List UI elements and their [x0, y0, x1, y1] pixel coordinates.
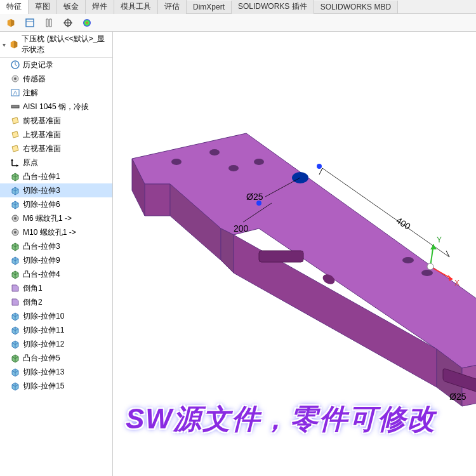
tree-item-label: 切除-拉伸15: [23, 380, 64, 392]
tree-item[interactable]: M10 螺纹孔1 ->: [0, 225, 112, 239]
ribbon-tab-7[interactable]: SOLIDWORKS 插件: [232, 0, 314, 14]
tree-item[interactable]: 切除-拉伸15: [0, 379, 112, 393]
model-viewport[interactable]: Ø25 200 400 Ø25 X Y: [113, 32, 476, 476]
tree-item[interactable]: 切除-拉伸3: [0, 183, 112, 197]
svg-marker-21: [132, 133, 476, 368]
extrude-icon: [10, 269, 20, 279]
hole-icon: [10, 227, 20, 237]
ribbon-tab-4[interactable]: 模具工具: [114, 0, 158, 14]
tree-item[interactable]: 倒角2: [0, 295, 112, 309]
tool-part-icon[interactable]: [3, 15, 19, 30]
tree-item[interactable]: M6 螺纹孔1 ->: [0, 211, 112, 225]
tool-config-icon[interactable]: [22, 15, 38, 30]
chamfer-icon: [10, 297, 20, 307]
tool-target-icon[interactable]: [60, 15, 76, 30]
watermark-text: SW源文件，零件可修改: [126, 400, 436, 438]
tree-item[interactable]: 切除-拉伸12: [0, 337, 112, 351]
tree-item-label: 倒角2: [23, 296, 43, 308]
tree-item-label: 原点: [23, 157, 38, 168]
svg-point-5: [83, 19, 91, 27]
annotation-icon: A: [10, 88, 20, 98]
ribbon-tab-8[interactable]: SOLIDWORKS MBD: [314, 1, 398, 13]
tree-item[interactable]: 凸台-拉伸5: [0, 351, 112, 365]
svg-point-32: [254, 159, 264, 165]
ribbon-tab-6[interactable]: DimXpert: [187, 1, 232, 13]
tree-item-label: 切除-拉伸6: [23, 199, 60, 210]
cut-icon: [10, 325, 20, 335]
tree-item[interactable]: 历史记录: [0, 58, 112, 72]
expand-icon[interactable]: ▾: [3, 41, 8, 48]
tree-item[interactable]: 右视基准面: [0, 142, 112, 155]
ribbon-tabs: 特征草图钣金焊件模具工具评估DimXpertSOLIDWORKS 插件SOLID…: [0, 0, 476, 14]
tree-item[interactable]: 切除-拉伸10: [0, 309, 112, 323]
tree-item[interactable]: AISI 1045 钢，冷拔: [0, 100, 112, 114]
svg-marker-25: [145, 184, 170, 216]
tool-display-icon[interactable]: [41, 15, 57, 30]
cut-icon: [10, 255, 20, 265]
ribbon-tab-2[interactable]: 钣金: [57, 0, 86, 14]
chamfer-icon: [10, 283, 20, 293]
svg-marker-15: [11, 159, 13, 161]
tree-item[interactable]: 凸台-拉伸4: [0, 267, 112, 281]
tree-item[interactable]: 上视基准面: [0, 128, 112, 142]
svg-marker-27: [221, 228, 234, 273]
tree-item-label: M10 螺纹孔1 ->: [23, 227, 76, 238]
tree-item-label: M6 螺纹孔1 ->: [23, 213, 72, 224]
tree-item[interactable]: 切除-拉伸13: [0, 365, 112, 379]
tree-item-label: 传感器: [23, 73, 46, 84]
extrude-icon: [10, 171, 20, 182]
svg-marker-52: [430, 244, 437, 249]
svg-marker-16: [17, 164, 18, 167]
cut-icon: [10, 381, 20, 391]
svg-point-8: [14, 77, 17, 80]
part-icon: [9, 39, 19, 50]
svg-text:200: 200: [234, 223, 249, 234]
svg-point-31: [228, 165, 239, 171]
ribbon-tab-1[interactable]: 草图: [29, 0, 57, 14]
svg-point-18: [14, 217, 17, 220]
tree-item[interactable]: 切除-拉伸6: [0, 197, 112, 211]
sensor-icon: [10, 74, 20, 84]
ribbon-tab-3[interactable]: 焊件: [86, 0, 114, 14]
tree-item-label: 凸台-拉伸3: [23, 241, 60, 252]
tree-root[interactable]: ▾ 下压枕 (默认<<默认>_显示状态: [0, 32, 112, 58]
tree-item-label: 前视基准面: [23, 115, 61, 126]
tree-item-label: AISI 1045 钢，冷拔: [23, 101, 89, 112]
plane-icon: [10, 129, 20, 140]
tree-item-label: 凸台-拉伸4: [23, 268, 60, 280]
svg-point-29: [171, 159, 182, 165]
material-icon: [10, 102, 20, 112]
svg-rect-0: [26, 19, 34, 27]
tree-item[interactable]: 传感器: [0, 72, 112, 86]
tree-item-label: 凸台-拉伸5: [23, 352, 60, 364]
feature-tree-panel: ▾ 下压枕 (默认<<默认>_显示状态 历史记录传感器A注解AISI 1045 …: [0, 32, 113, 476]
extrude-icon: [10, 353, 20, 363]
svg-point-34: [421, 270, 433, 276]
tree-item-label: 右视基准面: [23, 143, 61, 154]
tree-item[interactable]: 倒角1: [0, 281, 112, 295]
svg-rect-11: [11, 105, 19, 108]
cut-icon: [10, 199, 20, 209]
tree-item[interactable]: 前视基准面: [0, 114, 112, 128]
origin-icon: [10, 157, 20, 168]
svg-point-35: [402, 257, 414, 263]
tool-appearance-icon[interactable]: [79, 15, 95, 30]
svg-point-56: [256, 201, 261, 206]
tree-item-label: 切除-拉伸3: [23, 185, 60, 196]
tree-item[interactable]: 原点: [0, 155, 112, 169]
tree-item-label: 切除-拉伸12: [23, 338, 64, 350]
plane-icon: [10, 116, 20, 126]
tree-item-label: 切除-拉伸10: [23, 310, 64, 322]
tree-item[interactable]: 凸台-拉伸1: [0, 169, 112, 183]
svg-line-44: [319, 168, 322, 175]
svg-point-20: [14, 231, 17, 234]
svg-text:Ø25: Ø25: [449, 392, 466, 402]
tree-item[interactable]: 切除-拉伸11: [0, 323, 112, 337]
cut-icon: [10, 339, 20, 349]
tree-item[interactable]: A注解: [0, 86, 112, 100]
tree-item[interactable]: 凸台-拉伸3: [0, 239, 112, 253]
ribbon-tab-5[interactable]: 评估: [158, 0, 187, 14]
cut-icon: [10, 367, 20, 377]
ribbon-tab-0[interactable]: 特征: [0, 0, 29, 14]
tree-item[interactable]: 切除-拉伸9: [0, 253, 112, 267]
